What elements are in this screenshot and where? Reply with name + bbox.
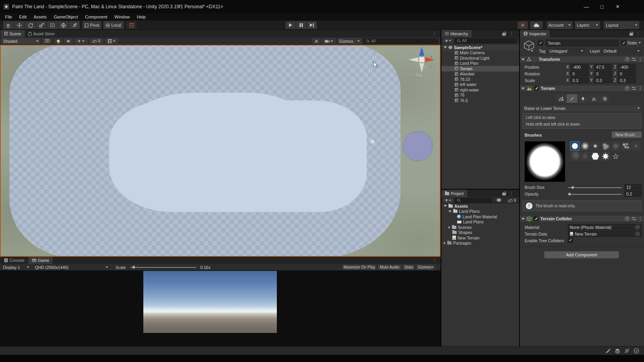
step-button[interactable] [307,21,317,29]
hierarchy-create-button[interactable] [443,38,453,43]
inspector-panel-menu[interactable] [636,31,640,36]
brush-option[interactable] [580,152,590,161]
brush-option[interactable] [570,152,580,161]
hierarchy-scene-row[interactable]: SampleScene* [441,45,519,50]
game-viewport[interactable] [0,271,441,346]
paint-terrain-tool[interactable] [567,94,577,103]
hierarchy-item[interactable]: 78.33 [441,77,519,82]
opacity-slider-thumb[interactable] [568,192,571,196]
collab-button[interactable] [518,21,528,29]
tab-inspector[interactable]: Inspector [520,30,550,37]
game-scale-slider-thumb[interactable] [132,265,135,269]
paint-disabled-status-icon[interactable] [605,348,611,354]
gizmos-dropdown[interactable]: Gizmos [337,38,362,44]
scale-x-field[interactable]: 0.3 [571,77,589,83]
brush-option-selected[interactable] [570,141,580,151]
help-icon[interactable] [625,216,629,221]
static-flags-dropdown[interactable] [639,42,641,44]
brush-option[interactable] [580,141,590,151]
hierarchy-item[interactable]: 76.5 [441,98,519,103]
rotation-z-field[interactable]: 0 [618,71,636,77]
foldout-closed-icon[interactable] [444,241,446,245]
brush-size-slider-thumb[interactable] [571,186,574,189]
hierarchy-item[interactable]: Alasdair [441,71,519,77]
static-checkbox[interactable] [621,40,626,45]
transform-tool-button[interactable] [58,21,69,29]
paint-trees-tool[interactable] [578,94,588,103]
brush-size-field[interactable]: 12 [624,184,642,190]
maximize-on-play-toggle[interactable]: Maximize On Play [342,265,376,270]
visibility-eye-icon[interactable] [422,64,427,68]
project-item[interactable]: Land Plans [441,219,519,225]
brush-option[interactable] [631,141,641,151]
brush-option[interactable] [621,141,631,151]
rotate-tool-button[interactable] [25,21,36,29]
2d-toggle[interactable]: 2D [42,38,52,44]
hierarchy-item[interactable]: Directional Light [441,55,519,61]
grid-snapping-button[interactable] [126,21,137,29]
custom-tool-button[interactable] [69,21,80,29]
component-menu-icon[interactable] [638,216,642,221]
menu-help[interactable]: Help [133,13,149,20]
tag-dropdown[interactable]: Untagged [547,48,585,54]
scene-visibility-toggle[interactable]: 0 [89,38,103,44]
project-lock-icon[interactable] [502,193,506,196]
scene-viewport[interactable]: x ◁ Top [0,45,441,257]
project-search-input[interactable] [455,198,492,203]
scene-tools-button[interactable] [312,38,320,44]
effects-dropdown[interactable] [74,38,88,44]
add-component-button[interactable]: Add Component [544,251,619,258]
pause-button[interactable] [296,21,306,29]
opacity-slider[interactable] [568,194,622,195]
hierarchy-item[interactable]: Main Camera [441,50,519,56]
local-toggle-button[interactable]: Local [103,21,124,29]
layer-dropdown[interactable]: Default [602,48,642,54]
hierarchy-panel-menu[interactable] [509,31,514,36]
terrain-settings-tool[interactable] [600,94,610,103]
opacity-field[interactable]: 0.2 [624,191,642,197]
paint-details-tool[interactable] [589,94,599,103]
rotation-x-field[interactable]: 0 [571,71,589,77]
resolution-dropdown[interactable]: QHD (2560x1440) [33,265,110,270]
brush-option[interactable] [591,141,600,151]
new-brush-button[interactable]: New Brush... [612,132,642,138]
tab-hierarchy[interactable]: Hierarchy [441,30,472,37]
grid-visibility-dropdown[interactable] [105,38,118,44]
create-neighbor-terrain-tool[interactable] [556,94,566,103]
foldout-open-icon[interactable] [521,59,525,60]
object-picker-icon[interactable] [635,225,640,229]
scene-camera-dropdown[interactable] [322,38,336,44]
project-item[interactable]: Assets [441,203,519,209]
component-menu-icon[interactable] [638,86,642,91]
scene-search-input[interactable]: All [364,38,438,44]
project-item[interactable]: Scenes [441,225,519,230]
terrain-mode-dropdown[interactable]: Raise or Lower Terrain [522,105,642,112]
move-tool-button[interactable] [14,21,25,29]
tab-console[interactable]: Console [1,257,28,264]
tab-game[interactable]: Game [28,257,53,264]
play-button[interactable] [285,21,296,29]
brush-option-starburst[interactable] [601,152,610,161]
position-x-field[interactable]: -400 [571,64,589,70]
layout-dropdown[interactable]: Layout [604,21,639,29]
progress-status-icon[interactable] [633,348,639,354]
presets-icon[interactable] [631,57,636,61]
position-y-field[interactable]: 47.5 [594,64,612,70]
brush-option-star[interactable]: ☆ [611,152,620,161]
scale-y-field[interactable]: 0.3 [594,77,612,83]
sync-disabled-status-icon[interactable] [624,348,630,354]
audio-toggle[interactable] [64,38,73,44]
foldout-closed-icon[interactable] [448,226,450,229]
menu-edit[interactable]: Edit [16,13,30,20]
mute-audio-toggle[interactable]: Mute Audio [377,265,402,270]
presets-icon[interactable] [631,86,636,90]
material-object-field[interactable]: None (Physic Material) [568,224,642,230]
hand-tool-button[interactable] [3,21,14,29]
scene-orientation-gizmo[interactable]: x [408,46,436,74]
terrain-component-header[interactable]: Terrain [520,85,644,92]
foldout-open-icon[interactable] [448,210,452,212]
tab-project[interactable]: Project [441,190,467,197]
project-item[interactable]: Packages [441,241,519,246]
pivot-toggle-button[interactable]: Pivot [82,21,101,29]
menu-file[interactable]: File [2,13,16,20]
